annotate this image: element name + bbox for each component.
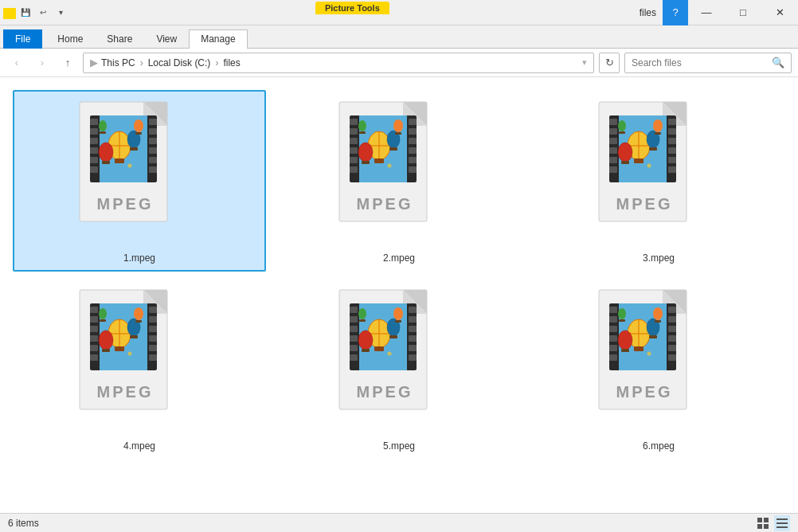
svg-text:MPEG: MPEG [97,195,154,213]
svg-rect-95 [649,147,657,151]
quick-access-dropdown[interactable]: ▾ [53,5,68,21]
svg-rect-201 [619,319,625,322]
svg-rect-76 [609,157,617,163]
svg-rect-205 [764,518,769,522]
svg-rect-114 [149,326,157,332]
svg-point-66 [388,164,392,168]
svg-point-168 [388,352,392,356]
svg-point-98 [618,120,626,131]
svg-rect-206 [757,524,762,529]
svg-rect-49 [409,166,417,173]
svg-rect-151 [409,354,417,361]
svg-rect-77 [609,166,617,173]
minimize-button[interactable]: — [688,0,725,25]
svg-rect-108 [90,326,98,332]
window-controls: ? — □ ✕ [663,0,798,25]
svg-rect-150 [409,345,417,351]
file-item[interactable]: MPEG 2.mpeg [272,90,526,272]
svg-rect-107 [90,316,98,323]
maximize-button[interactable]: □ [725,0,761,25]
svg-rect-165 [395,320,401,323]
tab-file[interactable]: File [3,29,42,49]
quick-access-undo[interactable]: ↩ [35,5,51,21]
address-box[interactable]: ▶ This PC › Local Disk (C:) › files ▾ [83,53,594,73]
svg-rect-80 [668,138,676,144]
svg-point-64 [358,120,366,131]
svg-rect-180 [668,307,676,313]
breadcrumb-local-disk[interactable]: Local Disk (C:) [148,57,211,68]
svg-rect-73 [609,128,617,135]
file-item[interactable]: MPEG 1.mpeg [13,90,266,272]
mpeg-icon: MPEG [335,286,463,437]
refresh-button[interactable]: ↻ [599,53,620,73]
svg-rect-185 [668,354,676,361]
breadcrumb-files[interactable]: files [223,57,240,68]
svg-point-166 [358,308,366,319]
tab-manage[interactable]: Manage [189,29,247,49]
search-input[interactable] [632,57,769,68]
file-item[interactable]: MPEG 3.mpeg [532,90,785,272]
svg-rect-40 [350,138,358,144]
svg-rect-24 [102,161,110,164]
svg-rect-199 [655,320,661,323]
window-title: files [640,7,656,18]
svg-rect-81 [668,147,676,154]
breadcrumb-this-pc[interactable]: This PC [101,57,135,68]
svg-rect-46 [409,138,417,144]
svg-rect-147 [409,316,417,323]
mpeg-icon: MPEG [76,98,203,249]
svg-rect-194 [621,349,629,352]
help-button[interactable]: ? [663,0,688,25]
svg-rect-131 [135,320,142,323]
close-button[interactable]: ✕ [761,0,798,25]
svg-rect-65 [359,131,366,134]
svg-rect-116 [149,345,157,351]
svg-rect-140 [350,307,358,313]
tab-view[interactable]: View [144,29,189,49]
forward-button[interactable]: › [32,53,53,73]
svg-rect-179 [609,354,617,361]
svg-point-132 [99,308,107,319]
file-item[interactable]: MPEG 5.mpeg [272,278,526,460]
search-icon: 🔍 [772,57,784,68]
svg-rect-75 [609,147,617,154]
details-view-button[interactable] [774,515,790,531]
svg-text:MPEG: MPEG [616,383,673,401]
svg-rect-112 [149,307,157,313]
svg-rect-45 [409,128,417,135]
svg-rect-14 [149,157,157,163]
svg-rect-149 [409,335,417,342]
svg-rect-178 [609,345,617,351]
svg-rect-207 [764,524,769,529]
mpeg-icon: MPEG [595,98,722,249]
svg-rect-13 [149,147,157,154]
svg-rect-141 [350,316,358,323]
svg-point-200 [618,308,626,319]
svg-point-28 [134,119,143,132]
back-button[interactable]: ‹ [6,53,27,73]
svg-rect-204 [757,518,762,522]
search-box[interactable]: 🔍 [624,53,792,73]
svg-rect-174 [609,307,617,313]
svg-point-130 [134,307,143,320]
large-icons-view-button[interactable] [755,515,771,531]
tab-share[interactable]: Share [95,29,144,49]
tab-home[interactable]: Home [45,29,95,49]
svg-point-198 [653,307,663,320]
svg-rect-12 [149,138,157,144]
svg-rect-176 [609,326,617,332]
svg-rect-4 [90,119,98,125]
svg-rect-191 [634,346,643,351]
quick-access-save[interactable]: 💾 [18,5,33,21]
up-button[interactable]: ↑ [57,53,78,73]
svg-rect-42 [350,157,358,163]
view-controls [755,515,790,531]
file-item[interactable]: MPEG 6.mpeg [532,278,785,460]
file-item[interactable]: MPEG 4.mpeg [13,278,266,460]
svg-rect-157 [374,346,384,351]
svg-rect-148 [409,326,417,332]
file-name: 6.mpeg [643,440,675,452]
title-bar-left: 💾 ↩ ▾ [0,0,72,25]
svg-rect-133 [100,319,106,322]
svg-text:MPEG: MPEG [97,383,154,401]
